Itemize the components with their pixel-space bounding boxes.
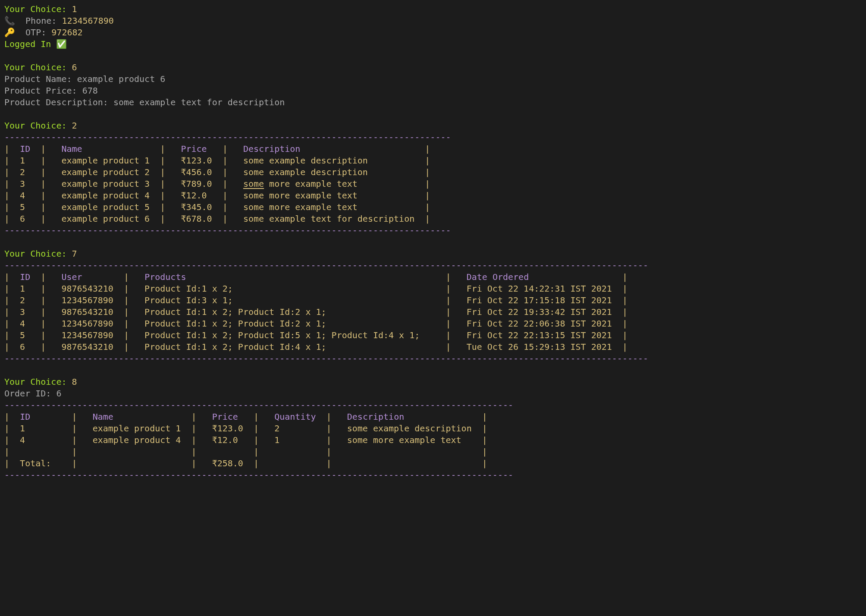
product-price-value: 678 xyxy=(82,85,98,96)
prompt-label: Your Choice: xyxy=(4,62,72,72)
key-icon: 🔑 xyxy=(4,27,15,38)
product-name-line: Product Name: example product 6 xyxy=(4,73,862,85)
phone-line: 📞 Phone: 1234567890 xyxy=(4,15,862,27)
table-row: | 3 | 9876543210 | Product Id:1 x 2; Pro… xyxy=(4,306,862,318)
table-row: | 2 | example product 2 | ₹456.0 | some … xyxy=(4,167,862,178)
table-header: | ID | User | Products | Date Ordered | xyxy=(4,271,862,283)
login-status-line: Logged In ✅ xyxy=(4,38,862,50)
product-name-value: example product 6 xyxy=(77,74,166,84)
table-total-row: | Total: | | ₹258.0 | | | xyxy=(4,458,862,469)
prompt-label: Your Choice: xyxy=(4,248,72,259)
table-header: | ID | Name | Price | Description | xyxy=(4,143,862,155)
table-rule: ----------------------------------------… xyxy=(4,469,862,481)
product-desc-label: Product Description: xyxy=(4,97,113,107)
table-rule: ----------------------------------------… xyxy=(4,260,862,271)
table-rule: ----------------------------------------… xyxy=(4,399,862,411)
phone-icon: 📞 xyxy=(4,16,15,26)
table-row-blank: | | | | | | xyxy=(4,446,862,458)
table-row: | 4 | example product 4 | ₹12.0 | some m… xyxy=(4,190,862,201)
prompt-label: Your Choice: xyxy=(4,4,72,14)
login-status-label: Logged In xyxy=(4,39,56,49)
table-row: | 1 | example product 1 | ₹123.0 | some … xyxy=(4,155,862,167)
table-row: | 2 | 1234567890 | Product Id:3 x 1; | F… xyxy=(4,295,862,306)
otp-line: 🔑 OTP: 972682 xyxy=(4,27,862,38)
choice-value: 8 xyxy=(72,377,77,387)
prompt-line: Your Choice: 1 xyxy=(4,3,862,15)
product-desc-line: Product Description: some example text f… xyxy=(4,97,862,108)
order-detail-table: ----------------------------------------… xyxy=(4,399,862,481)
table-row: | 5 | 1234567890 | Product Id:1 x 2; Pro… xyxy=(4,330,862,341)
table-row: | 4 | 1234567890 | Product Id:1 x 2; Pro… xyxy=(4,318,862,330)
table-row: | 4 | example product 4 | ₹12.0 | 1 | so… xyxy=(4,434,862,446)
prompt-line: Your Choice: 8 xyxy=(4,376,862,388)
orders-table: ----------------------------------------… xyxy=(4,260,862,365)
table-rule: ----------------------------------------… xyxy=(4,353,862,365)
prompt-line: Your Choice: 6 xyxy=(4,62,862,73)
choice-value: 1 xyxy=(72,4,77,14)
phone-label: Phone: xyxy=(15,16,62,26)
prompt-line: Your Choice: 7 xyxy=(4,248,862,260)
table-rule: ----------------------------------------… xyxy=(4,132,862,143)
check-icon: ✅ xyxy=(56,39,67,49)
table-header: | ID | Name | Price | Quantity | Descrip… xyxy=(4,411,862,423)
table-row: | 5 | example product 5 | ₹345.0 | some … xyxy=(4,201,862,213)
table-rule: ----------------------------------------… xyxy=(4,225,862,236)
prompt-label: Your Choice: xyxy=(4,377,72,387)
product-name-label: Product Name: xyxy=(4,74,77,84)
prompt-label: Your Choice: xyxy=(4,120,72,131)
terminal-output: Your Choice: 1 📞 Phone: 1234567890 🔑 OTP… xyxy=(0,0,866,494)
table-row: | 1 | example product 1 | ₹123.0 | 2 | s… xyxy=(4,423,862,434)
table-row: | 3 | example product 3 | ₹789.0 | some … xyxy=(4,178,862,190)
table-row: | 1 | 9876543210 | Product Id:1 x 2; | F… xyxy=(4,283,862,295)
order-id-line: Order ID: 6 xyxy=(4,388,862,399)
prompt-line: Your Choice: 2 xyxy=(4,120,862,132)
otp-label: OTP: xyxy=(15,27,51,38)
choice-value: 6 xyxy=(72,62,77,72)
otp-value: 972682 xyxy=(51,27,82,38)
order-id-label: Order ID: xyxy=(4,388,56,399)
product-price-label: Product Price: xyxy=(4,85,82,96)
product-price-line: Product Price: 678 xyxy=(4,85,862,97)
table-row: | 6 | example product 6 | ₹678.0 | some … xyxy=(4,213,862,225)
choice-value: 7 xyxy=(72,248,77,259)
choice-value: 2 xyxy=(72,120,77,131)
products-table: ----------------------------------------… xyxy=(4,132,862,236)
order-id-value: 6 xyxy=(56,388,61,399)
phone-value: 1234567890 xyxy=(62,16,113,26)
product-desc-value: some example text for description xyxy=(113,97,285,107)
table-row: | 6 | 9876543210 | Product Id:1 x 2; Pro… xyxy=(4,341,862,353)
